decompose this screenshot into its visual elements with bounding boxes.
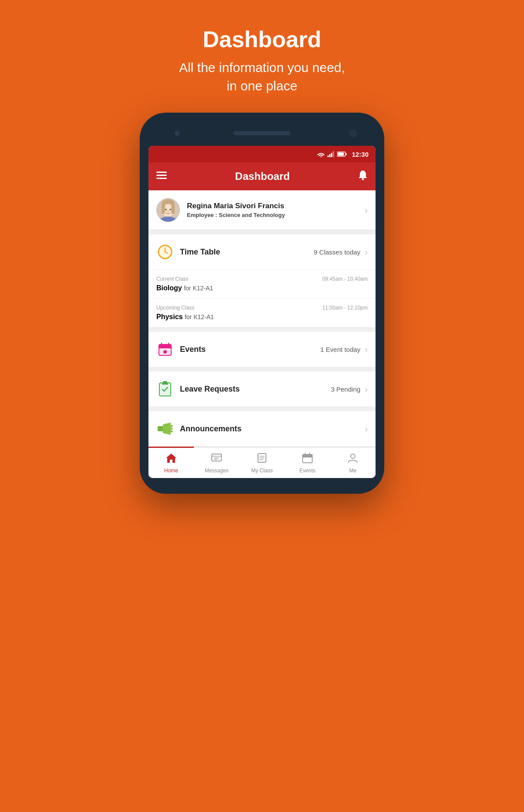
svg-point-14 xyxy=(165,209,167,210)
wifi-icon xyxy=(317,151,325,157)
announce-icon xyxy=(156,420,174,437)
upcoming-class-time: 11:00am - 12.10pm xyxy=(322,305,368,311)
events-card: Events 1 Event today › xyxy=(148,332,376,367)
page-header: Dashboard All the information you need, … xyxy=(179,26,345,95)
front-camera-dot xyxy=(175,131,180,136)
phone-screen: 12:30 Dashboard xyxy=(148,146,376,478)
announcements-label: Announcements xyxy=(180,424,365,434)
svg-rect-34 xyxy=(158,426,163,431)
leave-requests-chevron-icon: › xyxy=(365,384,368,394)
active-indicator xyxy=(148,447,194,448)
timetable-count: 9 Classes today xyxy=(314,248,361,256)
svg-rect-44 xyxy=(303,454,312,458)
my-class-icon xyxy=(256,453,268,466)
profile-role: Employee : Science and Technology xyxy=(187,212,365,218)
phone-top-bar xyxy=(148,125,376,141)
timetable-chevron-icon: › xyxy=(365,247,368,257)
phone-speaker xyxy=(234,131,290,135)
events-header[interactable]: Events 1 Event today › xyxy=(148,332,376,367)
signal-icon xyxy=(328,151,334,157)
svg-rect-2 xyxy=(331,153,332,157)
profile-info: Regina Maria Sivori Francis Employee : S… xyxy=(187,202,365,218)
battery-icon xyxy=(337,151,347,157)
timetable-header[interactable]: Time Table 9 Classes today › xyxy=(148,234,376,270)
bottom-nav: Home Messages xyxy=(148,447,376,478)
current-class-time: 09:45am - 10.40am xyxy=(322,276,368,282)
svg-rect-19 xyxy=(171,204,175,214)
svg-rect-38 xyxy=(212,454,221,461)
upcoming-class-row[interactable]: Upcoming Class 11:00am - 12.10pm Physics… xyxy=(148,299,376,327)
svg-rect-5 xyxy=(338,153,344,156)
messages-icon xyxy=(211,453,222,466)
svg-point-36 xyxy=(171,428,173,430)
avatar xyxy=(156,198,180,222)
svg-point-15 xyxy=(169,209,171,210)
bottom-nav-container: Home Messages xyxy=(148,447,376,478)
nav-messages-label: Messages xyxy=(205,468,229,474)
leave-requests-label: Leave Requests xyxy=(180,385,331,394)
leave-requests-count: 3 Pending xyxy=(331,385,361,393)
announcements-chevron-icon: › xyxy=(365,424,368,434)
svg-point-16 xyxy=(167,211,169,212)
svg-point-47 xyxy=(351,454,355,458)
section-gap-4 xyxy=(148,407,376,411)
section-gap-3 xyxy=(148,367,376,372)
svg-rect-26 xyxy=(159,347,171,348)
announcements-header[interactable]: Announcements › xyxy=(148,411,376,447)
announcements-card: Announcements › xyxy=(148,411,376,447)
hero-title: Dashboard xyxy=(179,26,345,52)
clipboard-icon xyxy=(156,380,174,398)
bell-icon[interactable] xyxy=(358,170,368,183)
section-gap-2 xyxy=(148,327,376,332)
current-class-row[interactable]: Current Class 09:45am - 10.40am Biology … xyxy=(148,270,376,299)
upcoming-class-type: Upcoming Class xyxy=(156,305,194,311)
events-label: Events xyxy=(180,345,321,354)
nav-events[interactable]: Events xyxy=(285,447,330,478)
svg-rect-3 xyxy=(333,151,334,157)
timetable-label: Time Table xyxy=(180,248,314,257)
status-icons: 12:30 xyxy=(317,151,369,158)
svg-point-35 xyxy=(171,425,173,427)
nav-events-icon xyxy=(302,453,313,466)
svg-rect-6 xyxy=(345,153,347,155)
nav-me[interactable]: Me xyxy=(330,447,376,478)
status-bar: 12:30 xyxy=(148,146,376,162)
events-count: 1 Event today xyxy=(321,346,361,353)
me-icon xyxy=(347,453,359,466)
nav-home[interactable]: Home xyxy=(148,447,194,478)
svg-rect-32 xyxy=(162,382,168,385)
svg-rect-9 xyxy=(156,178,167,179)
profile-chevron-icon: › xyxy=(365,205,368,215)
svg-point-10 xyxy=(362,178,364,180)
current-class-type: Current Class xyxy=(156,276,188,282)
svg-rect-7 xyxy=(156,172,167,173)
leave-requests-card: Leave Requests 3 Pending › xyxy=(148,372,376,407)
events-chevron-icon: › xyxy=(365,344,368,354)
nav-events-label: Events xyxy=(300,468,316,474)
app-bar-title: Dashboard xyxy=(235,170,290,182)
phone-shell: 12:30 Dashboard xyxy=(140,113,384,494)
svg-rect-1 xyxy=(329,154,331,157)
profile-name: Regina Maria Sivori Francis xyxy=(187,202,365,210)
app-bar: Dashboard xyxy=(148,162,376,190)
nav-messages[interactable]: Messages xyxy=(194,447,239,478)
timetable-card: Time Table 9 Classes today › Current Cla… xyxy=(148,234,376,327)
screen-content: Regina Maria Sivori Francis Employee : S… xyxy=(148,190,376,478)
profile-card[interactable]: Regina Maria Sivori Francis Employee : S… xyxy=(148,190,376,230)
svg-rect-18 xyxy=(162,204,165,214)
svg-rect-0 xyxy=(328,155,329,157)
hamburger-icon[interactable] xyxy=(156,171,167,182)
nav-home-label: Home xyxy=(164,468,178,474)
svg-point-37 xyxy=(171,430,173,433)
calendar-icon xyxy=(156,341,174,358)
home-icon xyxy=(165,453,177,466)
nav-my-class-label: My Class xyxy=(251,468,272,474)
status-time: 12:30 xyxy=(352,151,369,158)
svg-point-29 xyxy=(163,350,167,354)
leave-requests-header[interactable]: Leave Requests 3 Pending › xyxy=(148,372,376,407)
hero-subtitle: All the information you need, in one pla… xyxy=(179,58,345,95)
nav-me-label: Me xyxy=(349,468,357,474)
front-camera-main xyxy=(348,128,358,138)
nav-my-class[interactable]: My Class xyxy=(239,447,285,478)
section-gap-1 xyxy=(148,230,376,234)
